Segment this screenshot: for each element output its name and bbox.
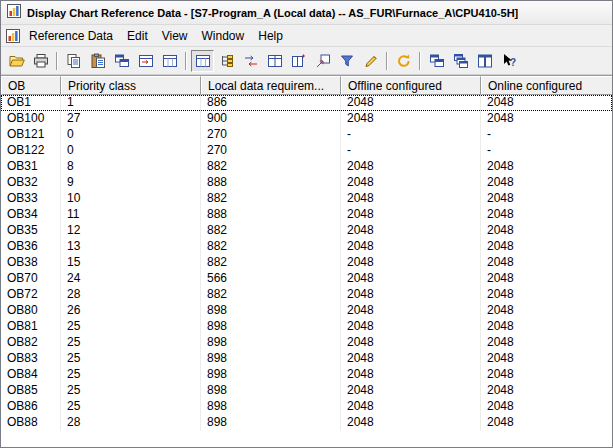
table-row[interactable]: OB1188620482048 <box>1 95 612 111</box>
cross-references-view-icon[interactable] <box>239 50 262 72</box>
cell: OB84 <box>1 367 61 383</box>
cell: 2048 <box>341 399 481 415</box>
cell: 2048 <box>481 399 612 415</box>
child-window-system-icon[interactable] <box>4 28 22 44</box>
cell: OB34 <box>1 207 61 223</box>
menu-item-view[interactable]: View <box>155 26 195 46</box>
cell: OB85 <box>1 383 61 399</box>
open-icon[interactable] <box>5 50 28 72</box>
cell: OB33 <box>1 191 61 207</box>
table-row[interactable]: OB381588220482048 <box>1 255 612 271</box>
table-view-icon[interactable] <box>191 50 214 72</box>
table-row[interactable]: OB1002790020482048 <box>1 111 612 127</box>
cell: OB32 <box>1 175 61 191</box>
customize-icon[interactable] <box>359 50 382 72</box>
cell: 25 <box>61 351 201 367</box>
menu-bar-items: Reference DataEditViewWindowHelp <box>22 26 290 46</box>
cell: 888 <box>201 207 341 223</box>
program-structure-view-icon[interactable] <box>215 50 238 72</box>
table-row[interactable]: OB842589820482048 <box>1 367 612 383</box>
table-row[interactable]: OB361388220482048 <box>1 239 612 255</box>
cell: - <box>341 127 481 143</box>
cell: 898 <box>201 303 341 319</box>
menu-item-window[interactable]: Window <box>195 26 252 46</box>
cell: OB81 <box>1 319 61 335</box>
address-overview-window-icon[interactable] <box>158 50 181 72</box>
title-bar[interactable]: Display Chart Reference Data - [S7-Progr… <box>1 1 612 25</box>
cell: - <box>481 127 612 143</box>
cell: 2048 <box>341 319 481 335</box>
tile-windows-icon[interactable] <box>473 50 496 72</box>
table-row[interactable]: OB862589820482048 <box>1 399 612 415</box>
table-row[interactable]: OB882889820482048 <box>1 415 612 431</box>
table-row[interactable]: OB852589820482048 <box>1 383 612 399</box>
column-header-local-data-requirem-[interactable]: Local data requirem... <box>201 76 341 95</box>
update-view-icon[interactable] <box>392 50 415 72</box>
cell: OB38 <box>1 255 61 271</box>
cell: - <box>481 143 612 159</box>
insert-column-icon[interactable] <box>287 50 310 72</box>
cell: 270 <box>201 143 341 159</box>
cascade-windows-icon[interactable] <box>449 50 472 72</box>
grid-header: OBPriority classLocal data requirem...Of… <box>1 76 612 95</box>
cell: 2048 <box>481 383 612 399</box>
column-header-priority-class[interactable]: Priority class <box>61 76 201 95</box>
cell: 2048 <box>341 239 481 255</box>
toolbar: ? <box>1 47 612 75</box>
goto-point-of-use-icon[interactable] <box>311 50 334 72</box>
cell: 2048 <box>341 207 481 223</box>
cell: 2048 <box>481 191 612 207</box>
menu-item-reference-data[interactable]: Reference Data <box>22 26 120 46</box>
table-row[interactable]: OB832589820482048 <box>1 351 612 367</box>
table-row[interactable]: OB341188820482048 <box>1 207 612 223</box>
cell: 2048 <box>481 319 612 335</box>
cell: 898 <box>201 319 341 335</box>
cell: OB70 <box>1 271 61 287</box>
cell: 9 <box>61 175 201 191</box>
cell: 28 <box>61 287 201 303</box>
cell: OB36 <box>1 239 61 255</box>
cell: 25 <box>61 399 201 415</box>
context-help-icon[interactable]: ? <box>497 50 520 72</box>
cell: 2048 <box>481 111 612 127</box>
cell: 25 <box>61 335 201 351</box>
table-row[interactable]: OB1220270-- <box>1 143 612 159</box>
svg-text:?: ? <box>510 57 516 68</box>
assignment-view-icon[interactable] <box>263 50 286 72</box>
print-icon[interactable] <box>29 50 52 72</box>
menu-item-edit[interactable]: Edit <box>120 26 155 46</box>
menu-item-help[interactable]: Help <box>251 26 290 46</box>
column-header-offline-configured[interactable]: Offline configured <box>341 76 481 95</box>
table-row[interactable]: OB331088220482048 <box>1 191 612 207</box>
cell: 2048 <box>341 271 481 287</box>
cell: 10 <box>61 191 201 207</box>
column-header-online-configured[interactable]: Online configured <box>481 76 612 95</box>
reference-data-grid: OBPriority classLocal data requirem...Of… <box>1 75 612 447</box>
paste-icon[interactable] <box>86 50 109 72</box>
table-row[interactable]: OB822589820482048 <box>1 335 612 351</box>
cell: 2048 <box>341 159 481 175</box>
filter-icon[interactable] <box>335 50 358 72</box>
cell: OB86 <box>1 399 61 415</box>
cell: 12 <box>61 223 201 239</box>
cell: 898 <box>201 351 341 367</box>
table-row[interactable]: OB812589820482048 <box>1 319 612 335</box>
cross-references-window-icon[interactable] <box>134 50 157 72</box>
copy-icon[interactable] <box>62 50 85 72</box>
column-header-ob[interactable]: OB <box>1 76 61 95</box>
cell: 0 <box>61 143 201 159</box>
cell: 28 <box>61 415 201 431</box>
table-row[interactable]: OB1210270-- <box>1 127 612 143</box>
table-row[interactable]: OB702456620482048 <box>1 271 612 287</box>
cell: 2048 <box>341 191 481 207</box>
menu-bar: Reference DataEditViewWindowHelp <box>1 25 612 47</box>
cell: 898 <box>201 335 341 351</box>
table-row[interactable]: OB722888220482048 <box>1 287 612 303</box>
table-row[interactable]: OB32988820482048 <box>1 175 612 191</box>
cell: 898 <box>201 399 341 415</box>
table-row[interactable]: OB802689820482048 <box>1 303 612 319</box>
program-structure-window-icon[interactable] <box>110 50 133 72</box>
table-row[interactable]: OB31888220482048 <box>1 159 612 175</box>
table-row[interactable]: OB351288220482048 <box>1 223 612 239</box>
new-window-icon[interactable] <box>425 50 448 72</box>
